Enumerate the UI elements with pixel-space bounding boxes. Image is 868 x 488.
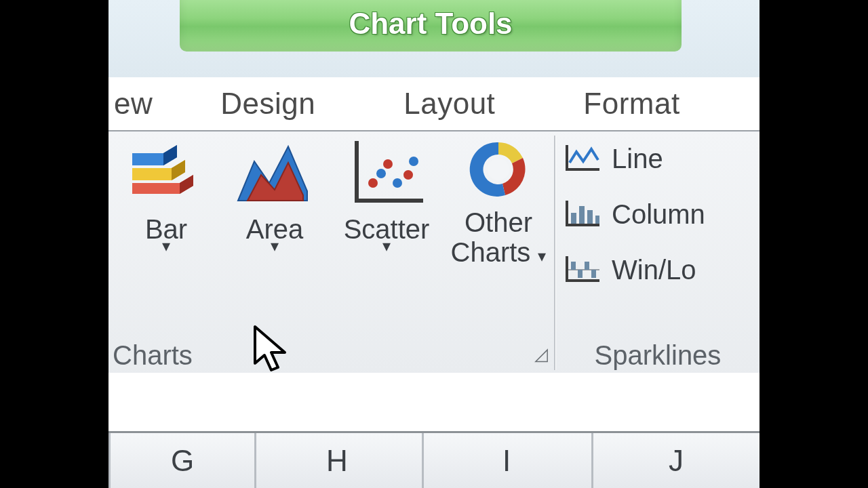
dropdown-caret-icon: ▾	[538, 247, 546, 265]
scatter-chart-button[interactable]: Scatter ▾	[332, 136, 441, 249]
dialog-launcher-icon[interactable]: ◿	[532, 344, 551, 363]
bar-chart-button[interactable]: Bar ▾	[115, 136, 217, 249]
dropdown-caret-icon: ▾	[224, 243, 326, 249]
svg-point-12	[383, 159, 393, 169]
svg-point-13	[403, 170, 413, 180]
sparkline-winloss-label: Win/Lo	[612, 255, 696, 285]
svg-point-15	[393, 178, 402, 188]
formula-bar[interactable]	[108, 373, 760, 433]
svg-marker-5	[172, 160, 185, 180]
column-header-i[interactable]: I	[422, 433, 593, 488]
group-sparklines: Line Column	[556, 131, 760, 374]
svg-marker-2	[180, 175, 193, 194]
contextual-tab-title-label: Chart Tools	[349, 7, 512, 41]
sparkline-winloss-button[interactable]: Win/Lo	[564, 248, 760, 291]
column-headers: G H I J	[108, 433, 760, 488]
other-charts-label: Other Charts ▾	[444, 207, 553, 267]
sparkline-column-label: Column	[612, 199, 705, 230]
sparkline-winloss-icon	[564, 253, 602, 286]
donut-chart-icon	[461, 136, 536, 203]
group-charts-label: Charts	[108, 339, 556, 371]
scatter-chart-icon	[346, 136, 427, 210]
area-chart-button[interactable]: Area ▾	[224, 136, 326, 249]
svg-rect-25	[585, 262, 589, 270]
contextual-tab-title: Chart Tools	[180, 0, 682, 52]
ribbon: Charts ◿	[108, 130, 760, 375]
svg-point-14	[376, 169, 386, 178]
svg-rect-21	[595, 216, 599, 224]
svg-point-17	[488, 159, 509, 180]
svg-rect-4	[132, 168, 172, 180]
sparkline-column-button[interactable]: Column	[564, 192, 760, 236]
group-charts: Charts ◿	[108, 131, 556, 374]
other-charts-button[interactable]: Other Charts ▾	[444, 136, 553, 267]
svg-rect-18	[571, 213, 576, 224]
svg-rect-1	[132, 183, 180, 194]
sparkline-column-icon	[564, 198, 602, 230]
svg-rect-23	[571, 262, 576, 270]
tab-partial[interactable]: ew	[108, 87, 173, 121]
tab-design[interactable]: Design	[200, 87, 336, 121]
svg-point-11	[368, 178, 378, 188]
dropdown-caret-icon: ▾	[115, 243, 217, 249]
sparkline-line-label: Line	[612, 144, 663, 174]
tab-format[interactable]: Format	[563, 87, 700, 121]
svg-rect-7	[132, 153, 163, 165]
svg-rect-24	[578, 270, 583, 278]
svg-marker-8	[163, 145, 177, 165]
column-header-h[interactable]: H	[252, 433, 424, 488]
svg-point-16	[409, 157, 418, 166]
column-header-j[interactable]: J	[591, 433, 761, 488]
ribbon-tabs: ew Design Layout Format	[108, 77, 760, 130]
group-sparklines-label: Sparklines	[556, 339, 760, 371]
area-chart-icon	[234, 136, 315, 210]
svg-rect-26	[591, 270, 596, 278]
column-header-g[interactable]: G	[108, 433, 256, 488]
sparkline-line-icon	[564, 142, 602, 175]
tab-layout[interactable]: Layout	[383, 87, 515, 121]
svg-rect-20	[587, 210, 593, 224]
sparkline-line-button[interactable]: Line	[564, 137, 760, 180]
svg-rect-19	[579, 206, 585, 224]
bar-chart-icon	[125, 136, 207, 210]
